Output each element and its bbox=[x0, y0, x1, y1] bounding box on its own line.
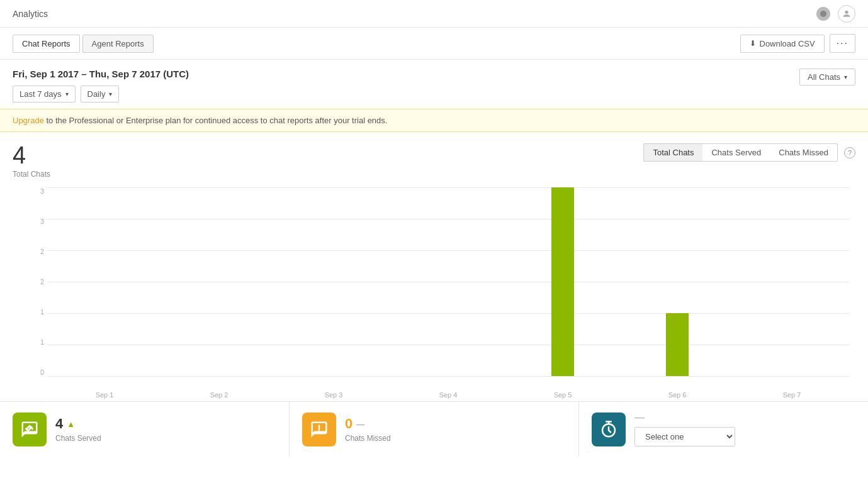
chart-total-label: Total Chats bbox=[13, 170, 50, 179]
chat-timer-icon bbox=[592, 413, 626, 446]
bars-area bbox=[47, 187, 849, 376]
app-title: Analytics bbox=[13, 9, 48, 19]
period-dropdown[interactable]: Last 7 days ▾ bbox=[13, 86, 76, 102]
date-range-text: Fri, Sep 1 2017 – Thu, Sep 7 2017 (UTC) bbox=[13, 69, 189, 79]
header: Analytics bbox=[0, 0, 868, 28]
tab-chats-missed[interactable]: Chats Missed bbox=[770, 143, 838, 162]
bar-group-sep5 bbox=[505, 187, 620, 376]
y-label-1a: 1 bbox=[13, 308, 44, 316]
y-axis: 3 3 2 2 1 1 0 bbox=[13, 187, 47, 376]
chat-missed-svg bbox=[310, 420, 329, 439]
tab-total-chats[interactable]: Total Chats bbox=[643, 143, 702, 162]
date-filters: Last 7 days ▾ Daily ▾ bbox=[13, 86, 189, 102]
chat-timer-svg bbox=[599, 420, 618, 439]
chats-missed-trend: — bbox=[356, 419, 364, 429]
chats-served-info: 4 ▲ Chats Served bbox=[55, 416, 101, 443]
scope-dropdown-arrow: ▾ bbox=[844, 74, 847, 80]
bar-group-sep1 bbox=[47, 187, 162, 376]
select-one-dropdown[interactable]: Select one bbox=[634, 427, 735, 446]
tab-agent-reports[interactable]: Agent Reports bbox=[82, 35, 154, 53]
tabs-bar: Chat Reports Agent Reports ⬇ Download CS… bbox=[0, 28, 868, 60]
status-indicator bbox=[816, 7, 830, 21]
upgrade-banner: Upgrade to the Professional or Enterpris… bbox=[0, 109, 868, 132]
tab-chat-reports[interactable]: Chat Reports bbox=[13, 35, 80, 53]
x-label-sep4: Sep 4 bbox=[391, 391, 505, 401]
chats-missed-card: 0 — Chats Missed bbox=[290, 402, 579, 457]
x-label-sep7: Sep 7 bbox=[735, 391, 849, 401]
chart-tabs: Total Chats Chats Served Chats Missed bbox=[643, 143, 838, 162]
period-dropdown-arrow: ▾ bbox=[65, 91, 69, 97]
select-stat-info: — Select one bbox=[634, 412, 735, 446]
help-icon[interactable]: ? bbox=[844, 147, 855, 158]
chart-section: 4 Total Chats Total Chats Chats Served C… bbox=[0, 132, 868, 401]
granularity-dropdown[interactable]: Daily ▾ bbox=[81, 86, 120, 102]
bar-group-sep7 bbox=[735, 187, 849, 376]
date-section: Fri, Sep 1 2017 – Thu, Sep 7 2017 (UTC) … bbox=[0, 60, 868, 109]
bar-group-sep6 bbox=[620, 187, 735, 376]
chats-served-card: 4 ▲ Chats Served bbox=[0, 402, 290, 457]
chart-total: 4 Total Chats bbox=[13, 143, 50, 179]
y-label-0: 0 bbox=[13, 368, 44, 376]
y-label-1b: 1 bbox=[13, 338, 44, 346]
more-options-button[interactable]: ··· bbox=[830, 34, 855, 53]
bar-group-sep2 bbox=[162, 187, 276, 376]
all-chats-dropdown[interactable]: All Chats ▾ bbox=[799, 69, 855, 86]
x-label-sep6: Sep 6 bbox=[620, 391, 735, 401]
upgrade-link[interactable]: Upgrade bbox=[13, 116, 44, 125]
tabs-left: Chat Reports Agent Reports bbox=[13, 35, 154, 53]
chart-header-right: Total Chats Chats Served Chats Missed ? bbox=[643, 143, 855, 162]
download-icon: ⬇ bbox=[750, 39, 756, 48]
header-icons bbox=[816, 5, 855, 23]
chats-missed-info: 0 — Chats Missed bbox=[345, 416, 391, 443]
bar-sep6 bbox=[666, 313, 689, 376]
chat-bubble-check-svg bbox=[20, 420, 39, 439]
chats-served-trend: ▲ bbox=[67, 419, 75, 429]
bar-group-sep4 bbox=[391, 187, 505, 376]
chart-header: 4 Total Chats Total Chats Chats Served C… bbox=[13, 143, 855, 179]
select-one-dropdown-wrapper: Select one bbox=[634, 427, 735, 446]
x-label-sep2: Sep 2 bbox=[162, 391, 276, 401]
date-left: Fri, Sep 1 2017 – Thu, Sep 7 2017 (UTC) … bbox=[13, 69, 189, 102]
stats-row: 4 ▲ Chats Served 0 — Chats Missed bbox=[0, 401, 868, 457]
download-csv-button[interactable]: ⬇ Download CSV bbox=[740, 35, 825, 53]
chat-missed-icon bbox=[302, 413, 336, 446]
x-labels: Sep 1 Sep 2 Sep 3 Sep 4 Sep 5 Sep 6 Sep … bbox=[47, 379, 849, 401]
x-label-sep1: Sep 1 bbox=[47, 391, 162, 401]
granularity-dropdown-arrow: ▾ bbox=[109, 91, 112, 97]
chart-total-value: 4 bbox=[13, 143, 50, 167]
y-label-3a: 3 bbox=[13, 187, 44, 195]
select-stat-trend: — bbox=[634, 412, 735, 423]
svg-point-0 bbox=[845, 10, 848, 13]
chats-missed-value: 0 — bbox=[345, 416, 391, 432]
chats-missed-label: Chats Missed bbox=[345, 434, 391, 443]
tabs-right: ⬇ Download CSV ··· bbox=[740, 34, 856, 53]
chats-served-value: 4 ▲ bbox=[55, 416, 101, 432]
y-label-2b: 2 bbox=[13, 278, 44, 285]
bar-chart: 3 3 2 2 1 1 0 bbox=[13, 187, 855, 401]
y-label-2a: 2 bbox=[13, 248, 44, 255]
x-label-sep5: Sep 5 bbox=[505, 391, 620, 401]
chat-serve-icon bbox=[13, 413, 47, 446]
y-label-3b: 3 bbox=[13, 218, 44, 225]
scope-filter: All Chats ▾ bbox=[799, 69, 855, 86]
bar-sep5 bbox=[551, 187, 574, 376]
x-label-sep3: Sep 3 bbox=[276, 391, 391, 401]
chats-select-card: — Select one bbox=[579, 402, 868, 457]
chats-served-label: Chats Served bbox=[55, 434, 101, 443]
user-avatar[interactable] bbox=[838, 5, 855, 23]
bar-group-sep3 bbox=[276, 187, 391, 376]
tab-chats-served[interactable]: Chats Served bbox=[702, 143, 770, 162]
